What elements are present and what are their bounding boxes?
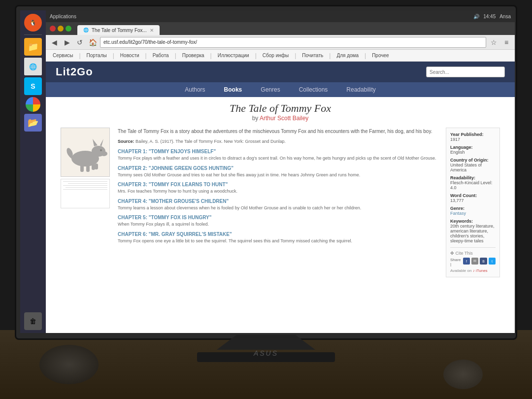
bookmark-other[interactable]: Прочее [369, 52, 392, 59]
address-bar[interactable] [100, 37, 486, 48]
site-logo: Lit2Go [56, 66, 93, 78]
nav-readability[interactable]: Readability [344, 85, 377, 94]
chapters-list: CHAPTER 1: "TOMMY ENJOYS HIMSELF" Tommy … [118, 149, 438, 244]
maximize-btn[interactable] [66, 26, 71, 32]
system-bar-apps: Applications [50, 14, 76, 19]
bookmark-news[interactable]: Новости [117, 52, 142, 59]
monitor-brand: ASUS [254, 349, 278, 357]
svg-rect-7 [92, 164, 95, 170]
book-title-section: The Tale of Tommy Fox by Arthur Scott Ba… [61, 102, 500, 122]
book-main: The Tale of Tommy Fox is a story about t… [61, 128, 500, 277]
bookmark-star[interactable]: ☆ [488, 37, 499, 48]
chapter-1-title[interactable]: CHAPTER 1: "TOMMY ENJOYS HIMSELF" [118, 149, 438, 154]
readability-value: Flesch-Kincaid Level: 4.0 [450, 180, 496, 190]
chapter-4: CHAPTER 4: "MOTHER GROUSE'S CHILDREN" To… [118, 199, 438, 211]
bookmark-illustrations[interactable]: Иллюстрации [215, 52, 252, 59]
taskbar-ubuntu-icon[interactable]: 🐧 [24, 14, 42, 32]
chapter-2-title[interactable]: CHAPTER 2: "JOHNNIE GREEN GOES HUNTING" [118, 166, 438, 171]
svg-rect-5 [80, 165, 84, 172]
bookmark-portals[interactable]: Порталы [84, 52, 110, 59]
app-label: Applications [50, 14, 76, 19]
genre-link[interactable]: Fantasy [450, 211, 466, 216]
monitor-screen: 🐧 📁 🌐 S 📂 🗑 Applications 🔊 14:45 Ansa [20, 10, 515, 333]
word-count-value: 13,777 [450, 198, 496, 203]
genre-label: Genre: [450, 206, 496, 211]
taskbar-skype-icon[interactable]: S [24, 77, 42, 95]
bookmark-collect[interactable]: Сбор инфы [260, 52, 292, 59]
year-label: Year Published: [450, 132, 496, 137]
nav-books[interactable]: Books [222, 85, 244, 94]
bookmark-read[interactable]: Почитать [299, 52, 326, 59]
system-bar-right: 🔊 14:45 Ansa [473, 14, 511, 19]
share-icons: Share | f ✉ B t [450, 258, 496, 266]
keywords-value: 20th century literature, american litera… [450, 224, 496, 243]
svg-point-9 [100, 149, 102, 151]
settings-button[interactable]: ≡ [501, 37, 512, 48]
reload-button[interactable]: ↺ [74, 37, 85, 48]
forward-button[interactable]: ▶ [62, 37, 72, 48]
taskbar-browser-icon[interactable]: 🌐 [24, 58, 42, 75]
word-count-field: Word Count: 13,777 [450, 193, 496, 203]
tab-close[interactable]: ✕ [150, 28, 154, 33]
book-description: The Tale of Tommy Fox is a story about t… [118, 128, 438, 277]
system-icons: 🔊 [473, 14, 479, 19]
monitor: 🐧 📁 🌐 S 📂 🗑 Applications 🔊 14:45 Ansa [15, 5, 517, 340]
browser-window: 🌐 The Tale of Tommy Fox... ✕ ◀ ▶ ↺ 🏠 ☆ ≡… [46, 22, 515, 333]
home-button[interactable]: 🏠 [87, 37, 98, 48]
tab-label: The Tale of Tommy Fox... [92, 28, 147, 33]
website-content: Lit2Go Authors Books Genres Collections … [46, 62, 515, 333]
nav-collections[interactable]: Collections [297, 85, 330, 94]
itunes-text: Available on ♪ iTunes [450, 268, 496, 273]
main-nav: Authors Books Genres Collections Readabi… [46, 82, 515, 97]
readability-label: Readability: [450, 175, 496, 180]
facebook-share[interactable]: f [463, 258, 470, 265]
system-bar: Applications 🔊 14:45 Ansa [46, 10, 515, 22]
chapter-6-title[interactable]: CHAPTER 6: "MR. GRAY SQUIRREL'S MISTAKE" [118, 232, 438, 237]
bookmark-share[interactable]: B [480, 258, 487, 265]
language-field: Language: English [450, 145, 496, 155]
minimize-btn[interactable] [58, 26, 64, 32]
readability-field: Readability: Flesch-Kincaid Level: 4.0 [450, 175, 496, 190]
chapter-4-title[interactable]: CHAPTER 4: "MOTHER GROUSE'S CHILDREN" [118, 199, 438, 204]
nav-genres[interactable]: Genres [259, 85, 282, 94]
close-btn[interactable] [50, 26, 56, 32]
svg-rect-8 [95, 164, 98, 169]
chapter-6-desc: Tommy Fox opens one eye a little bit to … [118, 238, 438, 244]
fox-illustration [63, 132, 107, 173]
window-controls [50, 26, 71, 32]
taskbar-chrome-icon[interactable] [26, 97, 40, 112]
taskbar-files-icon[interactable]: 📂 [24, 114, 42, 132]
chapter-1-desc: Tommy Fox plays with a feather and uses … [118, 155, 438, 162]
source-label: Source: [118, 139, 134, 144]
chapter-4-desc: Tommy learns a lesson about cleverness w… [118, 205, 438, 211]
book-cover [61, 128, 110, 177]
active-tab[interactable]: 🌐 The Tale of Tommy Fox... ✕ [77, 25, 160, 35]
bookmark-work[interactable]: Работа [150, 52, 172, 59]
taskbar-folder-icon[interactable]: 📁 [24, 38, 42, 56]
chapter-1: CHAPTER 1: "TOMMY ENJOYS HIMSELF" Tommy … [118, 149, 438, 162]
chapter-3-title[interactable]: CHAPTER 3: "TOMMY FOX LEARNS TO HUNT" [118, 182, 438, 187]
keywords-field: Keywords: 20th century literature, ameri… [450, 219, 496, 243]
taskbar-trash-icon[interactable]: 🗑 [24, 312, 42, 330]
year-field: Year Published: 1917 [450, 132, 496, 142]
bookmark-services[interactable]: Сервисы [50, 52, 76, 59]
nav-authors[interactable]: Authors [183, 85, 207, 94]
chapter-3: CHAPTER 3: "TOMMY FOX LEARNS TO HUNT" Mr… [118, 182, 438, 195]
share-label: Share | [450, 258, 462, 266]
site-search-input[interactable] [426, 66, 505, 77]
itunes-link[interactable]: ♪ iTunes [473, 268, 488, 273]
chapter-5-title[interactable]: CHAPTER 5: "TOMMY FOX IS HUNGRY" [118, 215, 438, 220]
bookmark-home[interactable]: Для дома [333, 52, 362, 59]
email-share[interactable]: ✉ [471, 258, 478, 265]
bookmark-check[interactable]: Проверка [179, 52, 207, 59]
twitter-share[interactable]: t [489, 258, 496, 265]
country-label: Country of Origin: [450, 158, 496, 163]
author-link[interactable]: Arthur Scott Bailey [260, 115, 308, 122]
chapter-6: CHAPTER 6: "MR. GRAY SQUIRREL'S MISTAKE"… [118, 232, 438, 244]
book-sidebar: Year Published: 1917 Language: English C… [446, 128, 500, 277]
nav-bar: ◀ ▶ ↺ 🏠 ☆ ≡ [46, 35, 515, 50]
system-time: 14:45 [483, 14, 496, 19]
title-bar: 🌐 The Tale of Tommy Fox... ✕ [46, 22, 515, 35]
back-button[interactable]: ◀ [49, 37, 60, 48]
book-title: The Tale of Tommy Fox [61, 102, 500, 115]
